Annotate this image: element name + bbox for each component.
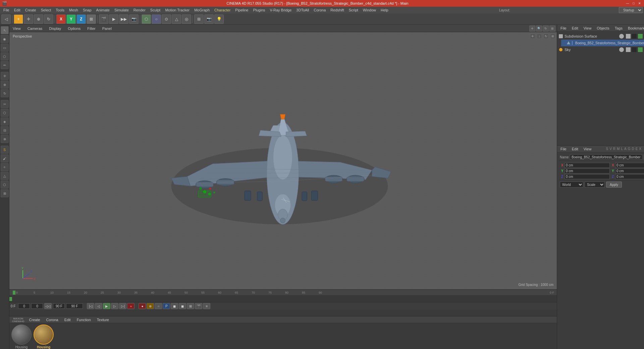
coord-x2-input[interactable]: [615, 163, 644, 168]
render-to-po[interactable]: 📷: [129, 14, 139, 24]
scale-left-tool[interactable]: ⊕: [1, 81, 9, 89]
obj-menu-edit[interactable]: Edit: [570, 26, 580, 31]
weld-tool[interactable]: ⊕: [1, 135, 9, 143]
vp-menu-filter[interactable]: Filter: [85, 26, 97, 31]
cone-button[interactable]: △: [172, 14, 181, 24]
apply-button[interactable]: Apply: [606, 182, 622, 188]
attr-icon-5[interactable]: L: [621, 147, 623, 151]
magnet-tool[interactable]: S: [1, 146, 9, 154]
tc-kf-p[interactable]: P: [163, 303, 170, 309]
menu-tools[interactable]: Tools: [54, 7, 66, 13]
obj-lock-subdiv[interactable]: [626, 34, 631, 39]
viewport[interactable]: Perspective Grid Spacing : 1000 cm: [9, 32, 557, 289]
menu-edit[interactable]: Edit: [12, 7, 22, 13]
minimize-button[interactable]: —: [625, 1, 630, 6]
obj-menu-objects[interactable]: Objects: [595, 26, 611, 31]
vp-menu-options[interactable]: Options: [66, 26, 83, 31]
obj-vis-subdiv[interactable]: [619, 34, 624, 39]
mat-tab-create[interactable]: Create: [26, 317, 43, 322]
corner-icon-move[interactable]: ✛: [530, 34, 535, 39]
tc-kf-menu[interactable]: ≡: [203, 303, 210, 309]
mat-ball-2[interactable]: [34, 325, 54, 345]
tc-kf-fill2[interactable]: ◼: [179, 303, 186, 309]
poly-selection[interactable]: ⬠: [1, 52, 9, 60]
coord-x-input[interactable]: [565, 163, 610, 168]
close-button[interactable]: ✕: [637, 1, 642, 6]
tc-kf-red[interactable]: ●: [139, 303, 146, 309]
coord-z2-input[interactable]: [615, 174, 644, 179]
vp-icon-zoom[interactable]: 🔍: [536, 26, 542, 32]
attr-icon-6[interactable]: A: [624, 147, 627, 151]
corner-icon-zoom[interactable]: ↕: [537, 34, 542, 39]
obj-menu-tags[interactable]: Tags: [613, 26, 625, 31]
deformer-button[interactable]: ⊞: [194, 14, 204, 24]
smooth-tool[interactable]: ⟡: [1, 163, 9, 171]
menu-render[interactable]: Render: [131, 7, 148, 13]
menu-sculpt[interactable]: Sculpt: [148, 7, 163, 13]
tc-start-button[interactable]: |◁: [87, 303, 94, 309]
menu-plugins[interactable]: Plugins: [251, 7, 267, 13]
attr-icon-1[interactable]: S: [606, 147, 608, 151]
render-active-view[interactable]: ▶: [109, 14, 118, 24]
knife-tool[interactable]: ✂: [1, 100, 9, 108]
attr-icon-4[interactable]: M: [617, 147, 620, 151]
camera-button[interactable]: 📷: [204, 14, 214, 24]
render-region-button[interactable]: 🎬: [99, 14, 108, 24]
menu-file[interactable]: File: [1, 7, 11, 13]
attr-icon-7[interactable]: G: [628, 147, 631, 151]
menu-3dtoall[interactable]: 3DToAll: [294, 7, 311, 13]
tc-kf-circle[interactable]: ○: [155, 303, 162, 309]
paint-tool[interactable]: ⬡: [1, 181, 9, 189]
live-selection[interactable]: ◉: [1, 35, 9, 43]
light-button[interactable]: 💡: [214, 14, 224, 24]
obj-menu-bookmarks[interactable]: Bookmarks: [626, 26, 644, 31]
world-select[interactable]: World Object: [560, 182, 583, 188]
vp-icon-rotate[interactable]: ↻: [543, 26, 549, 32]
vp-menu-cameras[interactable]: Cameras: [25, 26, 45, 31]
menu-corona[interactable]: Corona: [312, 7, 328, 13]
obj-lock-sky[interactable]: [626, 47, 631, 52]
rect-selection[interactable]: ▭: [1, 44, 9, 52]
vp-menu-display[interactable]: Display: [47, 26, 63, 31]
extrude-tool[interactable]: ⬡: [1, 109, 9, 117]
tc-kf-fill3[interactable]: ⊞: [187, 303, 194, 309]
menu-animate[interactable]: Animate: [94, 7, 112, 13]
menu-mesh[interactable]: Mesh: [67, 7, 80, 13]
material-item-1[interactable]: Housing: [11, 325, 32, 349]
tc-kf-film[interactable]: 🎬: [195, 303, 202, 309]
menu-window[interactable]: Window: [361, 7, 378, 13]
vp-menu-view[interactable]: View: [11, 26, 23, 31]
menu-mograph[interactable]: MoGraph: [192, 7, 212, 13]
tc-prev-button[interactable]: ◁: [95, 303, 102, 309]
tc-kf-fill[interactable]: ◼: [171, 303, 178, 309]
world-button[interactable]: ⊠: [87, 14, 96, 24]
tc-record-button[interactable]: ●: [127, 303, 135, 309]
frame-input-1[interactable]: [18, 303, 30, 309]
torus-button[interactable]: ◎: [182, 14, 191, 24]
timeline-track[interactable]: [9, 296, 557, 302]
tc-play-button[interactable]: ▶: [103, 303, 110, 309]
corner-icon-layout[interactable]: ⊞: [550, 34, 555, 39]
obj-menu-file[interactable]: File: [558, 26, 569, 31]
obj-state-subdiv[interactable]: [632, 34, 637, 39]
attr-icon-3[interactable]: R: [613, 147, 615, 151]
scale-select[interactable]: Scale Size: [585, 182, 605, 188]
bridge-tool[interactable]: ⊟: [1, 126, 9, 134]
scale-tool[interactable]: ⊕: [34, 14, 43, 24]
menu-vray[interactable]: V-Ray Bridge: [268, 7, 294, 13]
cube-button[interactable]: ⬡: [142, 14, 151, 24]
menu-simulate[interactable]: Simulate: [112, 7, 131, 13]
frame-end-input[interactable]: [66, 303, 83, 309]
attr-icon-9[interactable]: E: [636, 147, 638, 151]
attr-icon-10[interactable]: X: [639, 147, 641, 151]
corner-icon-rot[interactable]: ↻: [543, 34, 549, 39]
frame-input-2[interactable]: [31, 303, 43, 309]
menu-pipeline[interactable]: Pipeline: [233, 7, 250, 13]
z-axis-button[interactable]: Z: [76, 14, 86, 24]
y-axis-button[interactable]: Y: [66, 14, 76, 24]
tc-next-button[interactable]: ▷: [111, 303, 118, 309]
mat-tab-edit[interactable]: Edit: [62, 317, 73, 322]
menu-help[interactable]: Help: [379, 7, 390, 13]
render-all-views[interactable]: ▶▶: [119, 14, 128, 24]
obj-state-sky[interactable]: [632, 47, 637, 52]
